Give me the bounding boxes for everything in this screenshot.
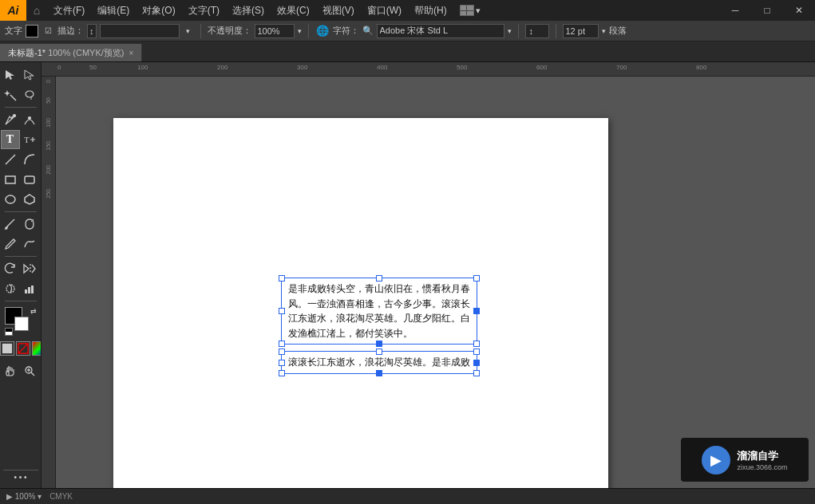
stroke-value-input[interactable] — [100, 24, 180, 38]
default-colors-icon[interactable] — [5, 328, 13, 336]
background-color[interactable] — [14, 317, 29, 331]
text-region: 是非成败转头空，青山依旧在，惯看秋月春 风。一壶浊酒喜相逢，古今多少事。滚滚长 … — [281, 278, 477, 374]
svg-point-2 — [13, 115, 15, 117]
svg-point-3 — [28, 117, 30, 120]
bar-chart-tool[interactable] — [20, 279, 39, 298]
handle2-rm[interactable] — [473, 360, 480, 366]
menu-effect[interactable]: 效果(C) — [271, 0, 316, 21]
watermark: ▶ 溜溜自学 zixue.3066.com — [681, 438, 809, 482]
stroke-selector[interactable]: ↕ — [87, 24, 97, 38]
handle2-bl[interactable] — [279, 370, 285, 376]
menu-object[interactable]: 对象(O) — [136, 0, 181, 21]
workspace-dropdown[interactable]: ▾ — [476, 6, 481, 16]
handle2-bm[interactable] — [376, 370, 382, 376]
minimize-button[interactable]: ─ — [719, 0, 751, 21]
font-search-icon: 🔍 — [362, 26, 374, 37]
rect-tool[interactable] — [1, 170, 20, 189]
menu-select[interactable]: 选择(S) — [226, 0, 271, 21]
handle-br[interactable] — [473, 341, 480, 347]
tool-row-warp — [1, 279, 41, 298]
text-tool[interactable]: T — [1, 130, 20, 149]
menu-edit[interactable]: 编辑(E) — [91, 0, 136, 21]
polygon-tool[interactable] — [20, 190, 39, 209]
handle2-lm[interactable] — [279, 360, 285, 366]
tab-bar: 未标题-1* 100% (CMYK/预览) × — [0, 41, 815, 62]
line-tool[interactable] — [1, 150, 20, 169]
handle-tr[interactable] — [473, 275, 480, 282]
window-controls: ─ □ ✕ — [719, 0, 815, 21]
font-size-input[interactable] — [563, 24, 599, 38]
handle2-tm[interactable] — [376, 348, 382, 355]
magic-wand-tool[interactable] — [1, 85, 20, 104]
tool-row-brush — [1, 215, 41, 234]
rotate-tool[interactable] — [1, 259, 20, 278]
zoom-tool[interactable] — [20, 361, 39, 380]
lasso-tool[interactable] — [20, 85, 39, 104]
svg-rect-6 — [6, 176, 15, 183]
handle2-tl[interactable] — [279, 348, 285, 355]
font-dropdown[interactable]: ▾ — [508, 27, 512, 35]
more-tools-button[interactable]: • • • — [14, 473, 26, 482]
swap-colors-icon[interactable]: ⇄ — [30, 307, 37, 315]
pencil-tool[interactable] — [1, 234, 20, 254]
color-swatches: ⇄ — [5, 307, 37, 336]
smooth-tool[interactable] — [20, 234, 39, 254]
canvas-area[interactable]: 0 50 100 200 300 400 500 600 700 800 0 5… — [42, 62, 815, 488]
close-button[interactable]: ✕ — [783, 0, 815, 21]
text-frame-2-border: 滚滚长江东逝水，浪花淘尽英雄。是非成败 — [281, 351, 477, 374]
handle-bl[interactable] — [279, 341, 285, 347]
font-size-dropdown[interactable]: ▾ — [602, 27, 606, 35]
tool-row-line — [1, 150, 41, 169]
watermark-url: zixue.3066.com — [737, 463, 787, 471]
ellipse-tool[interactable] — [1, 190, 20, 209]
handle-lm[interactable] — [279, 308, 285, 314]
pen-tool[interactable] — [1, 110, 20, 129]
globe-icon: 🌐 — [315, 24, 330, 38]
color-swatch[interactable] — [26, 25, 38, 37]
tool-row-pencil — [1, 234, 41, 254]
opacity-dropdown[interactable]: ▾ — [298, 27, 302, 35]
handle-tm[interactable] — [376, 275, 382, 282]
opacity-input[interactable] — [255, 24, 295, 38]
text-content-2: 滚滚长江东逝水，浪花淘尽英雄。是非成败 — [285, 353, 473, 372]
stroke-icon: ☑ — [42, 25, 54, 37]
tool-row-1 — [1, 65, 41, 85]
paintbrush-tool[interactable] — [1, 215, 20, 234]
direct-select-tool[interactable] — [20, 65, 39, 85]
font-name-input[interactable] — [377, 24, 504, 38]
handle-bm[interactable] — [376, 341, 382, 347]
toolbox: T T — [0, 62, 42, 488]
ruler-vertical: 0 50 100 150 200 250 — [42, 77, 56, 488]
gradient-icon[interactable] — [32, 341, 42, 356]
handle2-tr[interactable] — [473, 348, 480, 355]
menu-file[interactable]: 文件(F) — [47, 0, 91, 21]
menu-text[interactable]: 文字(T) — [182, 0, 226, 21]
document-tab[interactable]: 未标题-1* 100% (CMYK/预览) × — [0, 44, 142, 61]
handle-rm[interactable] — [473, 308, 480, 314]
menu-view[interactable]: 视图(V) — [316, 0, 361, 21]
fill-icon[interactable] — [0, 341, 14, 356]
svg-rect-14 — [28, 287, 30, 293]
hand-tool[interactable] — [1, 361, 20, 380]
text-frame-2[interactable]: 滚滚长江东逝水，浪花淘尽英雄。是非成败 — [281, 351, 477, 374]
none-icon[interactable] — [16, 341, 30, 356]
touch-type-tool[interactable]: T — [20, 130, 39, 149]
text-frame-1[interactable]: 是非成败转头空，青山依旧在，惯看秋月春 风。一壶浊酒喜相逢，古今多少事。滚滚长 … — [281, 278, 477, 345]
menu-window[interactable]: 窗口(W) — [361, 0, 408, 21]
handle2-br[interactable] — [473, 370, 480, 376]
rounded-rect-tool[interactable] — [20, 170, 39, 189]
stroke-dropdown[interactable]: ▾ — [183, 24, 194, 38]
tab-close-button[interactable]: × — [129, 49, 133, 57]
select-tool[interactable] — [1, 65, 20, 85]
blob-brush-tool[interactable] — [20, 215, 39, 234]
curvature-tool[interactable] — [20, 110, 39, 129]
maximize-button[interactable]: □ — [751, 0, 783, 21]
svg-line-20 — [31, 372, 34, 376]
home-icon[interactable]: ⌂ — [26, 0, 47, 21]
handle-tl[interactable] — [279, 275, 285, 282]
arc-tool[interactable] — [20, 150, 39, 169]
menu-help[interactable]: 帮助(H) — [408, 0, 453, 21]
warp-tool[interactable] — [1, 279, 20, 298]
font-style-area[interactable]: ↕ — [525, 24, 549, 38]
reflect-tool[interactable] — [20, 259, 39, 278]
